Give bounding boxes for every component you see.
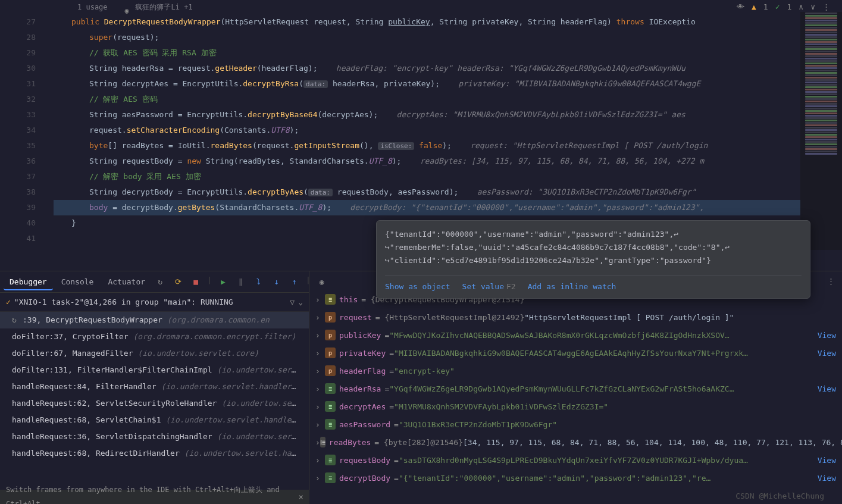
set-value-link[interactable]: Set value — [462, 282, 504, 291]
view-link[interactable]: View — [818, 384, 842, 393]
step-over-icon[interactable]: ⤵ — [252, 276, 265, 289]
usages-row: 1 usage ◉疯狂的狮子Li +1 — [54, 0, 842, 14]
code-line-current[interactable]: body = decryptBody.getBytes(StandardChar… — [54, 200, 842, 215]
variable-row[interactable]: ›prequest = {HttpServletRequestImpl@2149… — [309, 308, 842, 326]
nav-down-icon[interactable]: ∨ — [810, 2, 815, 11]
variable-row[interactable]: ›≡decryptAes = "M1VRMU8xQnhSM2VDVFAybLpk… — [309, 397, 842, 415]
frame-row[interactable]: doFilter:67, ManagedFilter (io.undertow.… — [0, 345, 309, 362]
author-icon: ◉ — [124, 4, 133, 12]
add-inline-watch-link[interactable]: Add as inline watch — [528, 282, 616, 291]
filter-icon[interactable]: ▽ — [290, 298, 295, 306]
variable-row[interactable]: ›≡decryptBody = "{"tenantId":"000000","u… — [309, 469, 842, 487]
step-into-icon[interactable]: ↓ — [270, 276, 283, 289]
frame-row[interactable]: handleRequest:84, FilterHandler (io.unde… — [0, 378, 309, 395]
code-line[interactable]: super(request); — [54, 30, 842, 45]
tab-actuator[interactable]: Actuator — [102, 274, 151, 290]
frame-row[interactable]: ↻:39, DecryptRequestBodyWrapper (org.dro… — [0, 312, 309, 328]
view-link[interactable]: View — [818, 331, 842, 340]
view-link[interactable]: View — [818, 456, 842, 465]
nav-up-icon[interactable]: ∧ — [799, 2, 803, 11]
variable-row[interactable]: ›pprivateKey = "MIIBVAIBADANBgkqhkiG9w0B… — [309, 344, 842, 362]
code-line[interactable]: String headerRsa = request.getHeader(hea… — [54, 61, 842, 76]
value-tooltip: {"tenantId":"000000","username":"admin",… — [376, 220, 810, 299]
resume-icon[interactable]: ▶ — [217, 276, 230, 289]
code-line[interactable]: String aesPassword = EncryptUtils.decryp… — [54, 107, 842, 123]
variable-row[interactable]: ›pheaderFlag = "encrypt-key" — [309, 362, 842, 380]
show-as-object-link[interactable]: Show as object — [385, 282, 450, 291]
editor-inspections: 👁 ▲1 ✓1 ∧ ∨ ⋮ — [737, 2, 830, 11]
more-icon[interactable]: ⋮ — [822, 2, 830, 11]
variable-row[interactable]: ›≡requestBody = "sasDTGX8hrd0nMyqLSG4S9p… — [309, 451, 842, 469]
frame-row[interactable]: handleRequest:68, ServletChain$1 (io.und… — [0, 412, 309, 428]
frame-row[interactable]: handleRequest:62, ServletSecurityRoleHan… — [0, 395, 309, 412]
variable-row[interactable]: ›⁞≡readBytes = {byte[282]@21546} [34, 11… — [309, 433, 842, 451]
variable-row[interactable]: ›ppublicKey = "MFwwDQYJKoZIhvcNAQEBBQADS… — [309, 326, 842, 344]
thread-check-icon: ✓ — [6, 298, 11, 306]
ok-icon[interactable]: ✓ — [775, 2, 780, 11]
code-line[interactable]: String requestBody = new String(readByte… — [54, 154, 842, 169]
code-line[interactable]: String decryptAes = EncryptUtils.decrypt… — [54, 76, 842, 92]
minimap[interactable] — [800, 12, 842, 250]
frames-header: ✓ "XNIO-1 task-2"@14,266 in group "main"… — [0, 293, 309, 312]
view-link[interactable]: View — [818, 349, 842, 358]
close-icon[interactable]: × — [299, 490, 303, 504]
code-line[interactable]: // 解密 AES 密码 — [54, 92, 842, 107]
debug-tabs: Debugger Console Actuator ↻ ⟳ ■ | ▶ ‖ ⤵ … — [0, 271, 309, 293]
more-icon[interactable]: ⋮ — [825, 274, 837, 288]
line-gutter: 272829303132333435363738394041 — [0, 0, 54, 271]
status-bar: Switch frames from anywhere in the IDE w… — [0, 490, 309, 504]
rerun-icon[interactable]: ↻ — [154, 276, 167, 289]
variable-row[interactable]: ›≡aesPassword = "3UQ1O1BxR3eCTP2nZdoMbT1… — [309, 415, 842, 433]
tooltip-content: {"tenantId":"000000","username":"admin",… — [385, 228, 802, 267]
code-line[interactable]: // 获取 AES 密码 采用 RSA 加密 — [54, 45, 842, 61]
code-line[interactable]: request.setCharacterEncoding(Constants.U… — [54, 123, 842, 138]
code-line[interactable]: // 解密 body 采用 AES 加密 — [54, 169, 842, 184]
watermark: CSDN @MichelleChung — [735, 492, 824, 500]
variables-panel: ▣ ⋮ ›≡this = {DecryptRequestBodyWrapper@… — [309, 271, 842, 504]
code-line[interactable]: String decryptBody = EncryptUtils.decryp… — [54, 184, 842, 200]
frame-row[interactable]: handleRequest:36, ServletDispatchingHand… — [0, 428, 309, 445]
frames-list: ↻:39, DecryptRequestBodyWrapper (org.dro… — [0, 312, 309, 504]
step-out-icon[interactable]: ↑ — [288, 276, 301, 289]
code-line[interactable]: public DecryptRequestBodyWrapper(HttpSer… — [54, 14, 842, 30]
warning-icon[interactable]: ▲ — [752, 2, 756, 11]
code-line[interactable]: byte[] readBytes = IoUtil.readBytes(requ… — [54, 138, 842, 154]
dropdown-icon[interactable]: ⌄ — [298, 298, 303, 306]
eye-off-icon[interactable]: 👁 — [737, 2, 744, 11]
stop-icon[interactable]: ■ — [189, 276, 202, 289]
pause-icon[interactable]: ‖ — [234, 276, 248, 289]
frame-row[interactable]: handleRequest:68, RedirectDirHandler (io… — [0, 445, 309, 462]
tab-console[interactable]: Console — [55, 274, 100, 290]
frame-row[interactable]: doFilter:37, CryptoFilter (org.dromara.c… — [0, 328, 309, 345]
frame-row[interactable]: doFilter:131, FilterHandler$FilterChainI… — [0, 362, 309, 378]
rerun-debug-icon[interactable]: ⟳ — [171, 276, 184, 289]
tab-debugger[interactable]: Debugger — [4, 274, 53, 290]
view-link[interactable]: View — [818, 474, 842, 483]
variable-row[interactable]: ›≡headerRsa = "YGqf4WGWzZ6geLR9DgGwb1AQy… — [309, 380, 842, 397]
